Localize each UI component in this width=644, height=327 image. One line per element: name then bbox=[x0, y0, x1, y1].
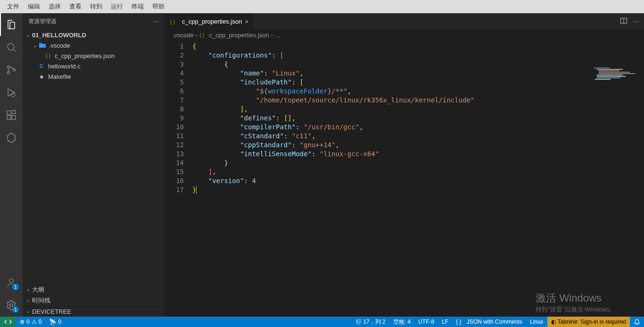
sidebar-more-icon[interactable]: ⋯ bbox=[153, 18, 158, 25]
accounts-badge: 1 bbox=[12, 284, 19, 290]
status-encoding[interactable]: UTF-8 bbox=[414, 319, 438, 325]
file-makefile[interactable]: ◆ Makefile bbox=[23, 71, 164, 82]
line-numbers: 1234567891011121314151617 bbox=[164, 40, 192, 317]
file-tree: ⌄ 01_HELLOWORLD ⌄ .vscode { } c_cpp_prop… bbox=[23, 30, 164, 284]
json-file-icon: { } bbox=[44, 52, 52, 59]
project-root[interactable]: ⌄ 01_HELLOWORLD bbox=[23, 30, 164, 40]
status-eol[interactable]: LF bbox=[438, 319, 452, 325]
folder-open-icon bbox=[39, 42, 46, 49]
tabnine-icon: ◐ bbox=[551, 319, 556, 325]
menu-go[interactable]: 转到 bbox=[86, 2, 107, 11]
chevron-right-icon: › bbox=[271, 32, 273, 39]
warning-icon: ⚠ bbox=[32, 319, 37, 325]
status-bar: ⊗0 ⚠0 📡0 行 17，列 2 空格: 4 UTF-8 LF { } JSO… bbox=[0, 317, 644, 327]
tab-label: c_cpp_properties.json bbox=[182, 18, 242, 25]
editor-more-icon[interactable]: ⋯ bbox=[633, 18, 639, 25]
accounts-icon[interactable]: 1 bbox=[0, 271, 23, 294]
breadcrumb-file[interactable]: c_cpp_properties.json bbox=[209, 32, 269, 39]
file-helloworld-c[interactable]: C helloworld.c bbox=[23, 61, 164, 71]
settings-icon[interactable]: 1 bbox=[0, 294, 23, 317]
svg-rect-5 bbox=[7, 111, 11, 115]
chevron-down-icon: ⌄ bbox=[25, 33, 32, 38]
menu-file[interactable]: 文件 bbox=[3, 2, 24, 11]
breadcrumbs[interactable]: .vscode › { } c_cpp_properties.json › ..… bbox=[164, 30, 644, 40]
menu-run[interactable]: 运行 bbox=[107, 2, 127, 11]
menu-edit[interactable]: 编辑 bbox=[24, 2, 44, 11]
json-file-icon: { } bbox=[169, 18, 176, 25]
remote-icon[interactable] bbox=[0, 317, 16, 327]
search-icon[interactable] bbox=[0, 36, 23, 59]
svg-rect-6 bbox=[7, 116, 11, 119]
status-cursor-pos[interactable]: 行 17，列 2 bbox=[352, 318, 389, 326]
panel-devicetree[interactable]: › DEVICETREE bbox=[23, 306, 164, 317]
svg-rect-7 bbox=[12, 116, 16, 119]
explorer-icon[interactable] bbox=[0, 13, 23, 36]
chevron-down-icon: ⌄ bbox=[31, 43, 39, 48]
panel-outline[interactable]: › 大纲 bbox=[23, 284, 164, 295]
minimap[interactable] bbox=[592, 67, 644, 86]
folder-vscode[interactable]: ⌄ .vscode bbox=[23, 40, 164, 50]
code-editor[interactable]: 1234567891011121314151617 { "configurati… bbox=[164, 40, 644, 317]
breadcrumb-more[interactable]: ... bbox=[275, 32, 280, 39]
braces-icon: { } bbox=[456, 319, 461, 325]
menubar: 文件 编辑 选择 查看 转到 运行 终端 帮助 bbox=[0, 0, 644, 13]
error-icon: ⊗ bbox=[20, 319, 25, 325]
svg-point-10 bbox=[10, 304, 13, 307]
sidebar-title: 资源管理器 bbox=[28, 17, 57, 25]
c-file-icon: C bbox=[38, 62, 45, 70]
chevron-right-icon: › bbox=[196, 32, 198, 39]
chevron-right-icon: › bbox=[25, 309, 32, 314]
radio-icon: 📡 bbox=[49, 319, 56, 325]
status-os[interactable]: Linux bbox=[526, 319, 547, 325]
breadcrumb-folder[interactable]: .vscode bbox=[173, 32, 194, 39]
json-file-icon: { } bbox=[199, 31, 204, 39]
split-editor-icon[interactable] bbox=[620, 17, 627, 26]
svg-point-2 bbox=[8, 72, 10, 74]
editor-tabs: { } c_cpp_properties.json × ⋯ bbox=[164, 13, 644, 30]
status-indent[interactable]: 空格: 4 bbox=[389, 318, 414, 326]
source-control-icon[interactable] bbox=[0, 59, 23, 81]
extensions-icon[interactable] bbox=[0, 104, 23, 126]
editor-area: { } c_cpp_properties.json × ⋯ .vscode › … bbox=[164, 13, 644, 317]
panel-timeline[interactable]: › 时间线 bbox=[23, 295, 164, 306]
chevron-right-icon: › bbox=[25, 287, 32, 293]
hex-icon[interactable] bbox=[0, 126, 23, 149]
close-icon[interactable]: × bbox=[245, 18, 248, 25]
tab-c-cpp-properties[interactable]: { } c_cpp_properties.json × bbox=[164, 13, 254, 30]
menu-select[interactable]: 选择 bbox=[44, 2, 65, 11]
menu-terminal[interactable]: 终端 bbox=[127, 2, 148, 11]
svg-point-1 bbox=[8, 66, 10, 68]
svg-point-9 bbox=[9, 279, 13, 283]
activity-bar: 1 1 bbox=[0, 13, 23, 317]
chevron-right-icon: › bbox=[25, 298, 32, 303]
svg-point-3 bbox=[13, 69, 16, 71]
menu-view[interactable]: 查看 bbox=[65, 2, 86, 11]
status-notifications-icon[interactable] bbox=[630, 319, 644, 325]
settings-badge: 1 bbox=[12, 306, 19, 313]
status-ports[interactable]: 📡0 bbox=[45, 319, 65, 325]
svg-rect-8 bbox=[12, 110, 16, 114]
status-problems[interactable]: ⊗0 ⚠0 bbox=[16, 319, 45, 325]
menu-help[interactable]: 帮助 bbox=[148, 2, 169, 11]
svg-point-0 bbox=[8, 43, 14, 50]
explorer-sidebar: 资源管理器 ⋯ ⌄ 01_HELLOWORLD ⌄ .vscode { } c_… bbox=[23, 13, 164, 317]
makefile-icon: ◆ bbox=[38, 73, 45, 80]
code-content[interactable]: { "configurations": [ { "name": "Linux",… bbox=[192, 40, 644, 317]
file-c-cpp-properties[interactable]: { } c_cpp_properties.json bbox=[23, 50, 164, 61]
status-tabnine[interactable]: ◐Tabnine: Sign-in is required bbox=[547, 317, 630, 327]
status-language[interactable]: { } JSON with Comments bbox=[452, 319, 526, 325]
run-debug-icon[interactable] bbox=[0, 81, 23, 104]
